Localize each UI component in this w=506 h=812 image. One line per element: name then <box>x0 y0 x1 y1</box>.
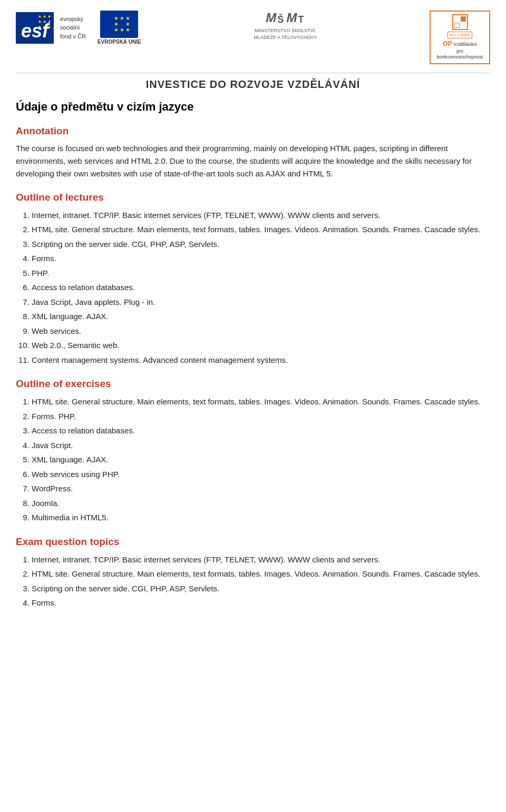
annotation-text: The course is focused on web technologie… <box>16 142 490 180</box>
investice-title: INVESTICE DO ROZVOJE VZDĚLÁVÁNÍ <box>16 73 490 91</box>
page-title: Údaje o předmětu v cizím jazyce <box>16 100 490 114</box>
esf-logo: ★★★ ★★★ ★★★ esf <box>16 12 54 44</box>
list-item: Internet, intranet. TCP/IP. Basic intern… <box>32 209 490 222</box>
op-text: OP Vzdělávánípro konkurenceschopnost <box>435 40 485 61</box>
op-top-bar <box>452 14 468 30</box>
eu-flag-logo: ★★★ ★★ ★★★ <box>100 11 138 38</box>
list-item: Internet, intranet. TCP/IP. Basic intern… <box>32 553 490 567</box>
outline-lectures-list: Internet, intranet. TCP/IP. Basic intern… <box>32 209 490 367</box>
list-item: Java Script. <box>32 439 490 452</box>
msmt-logo: M Š M T MINISTERSTVO ŠKOLSTVÍ,MLÁDEŽE A … <box>254 11 317 41</box>
list-item: WordPress. <box>32 482 490 496</box>
op-logo: EU 1-5005 OP Vzdělávánípro konkurencesch… <box>430 11 490 64</box>
list-item: Scripting on the server side. CGI, PHP, … <box>32 582 490 596</box>
logos-row: ★★★ ★★★ ★★★ esf evropský sociální fond v… <box>16 11 490 68</box>
list-item: Web 2.0., Semantic web. <box>32 339 490 352</box>
esf-letter: esf <box>21 22 48 41</box>
list-item: HTML site. General structure. Main eleme… <box>32 567 490 581</box>
op-year: EU 1-5005 <box>447 32 472 38</box>
list-item: HTML site. General structure. Main eleme… <box>32 395 490 409</box>
outline-exercises-heading: Outline of exercises <box>16 378 490 390</box>
list-item: Access to relation databases. <box>32 424 490 438</box>
list-item: Web services using PHP. <box>32 468 490 481</box>
list-item: Joomla. <box>32 497 490 510</box>
list-item: HTML site. General structure. Main eleme… <box>32 223 490 236</box>
outline-lectures-heading: Outline of lectures <box>16 192 490 203</box>
list-item: Forms. <box>32 596 490 610</box>
list-item: Java Script, Java applets. Plug - in. <box>32 295 490 309</box>
exam-topics-heading: Exam question topics <box>16 536 490 548</box>
msmt-letters: M Š M T <box>266 11 305 25</box>
list-item: PHP. <box>32 266 490 280</box>
list-item: XML language. AJAX. <box>32 310 490 323</box>
annotation-heading: Annotation <box>16 125 490 137</box>
esf-text: evropský sociální fond v ČR <box>60 15 86 41</box>
eu-label: EVROPSKÁ UNIE <box>98 39 141 45</box>
list-item: Forms. PHP. <box>32 410 490 423</box>
msmt-subtitle: MINISTERSTVO ŠKOLSTVÍ,MLÁDEŽE A TĚLOVÝCH… <box>254 27 317 41</box>
exam-topics-list: Internet, intranet. TCP/IP. Basic intern… <box>32 553 490 610</box>
list-item: XML language. AJAX. <box>32 453 490 467</box>
outline-exercises-list: HTML site. General structure. Main eleme… <box>32 395 490 524</box>
list-item: Multimedia in HTML5. <box>32 511 490 524</box>
list-item: Scripting on the server side. CGI, PHP, … <box>32 237 490 251</box>
esf-eu-logos: ★★★ ★★★ ★★★ esf evropský sociální fond v… <box>16 11 141 45</box>
list-item: Web services. <box>32 324 490 338</box>
list-item: Access to relation databases. <box>32 281 490 294</box>
list-item: Forms. <box>32 252 490 265</box>
list-item: Content management systems. Advanced con… <box>32 353 490 367</box>
